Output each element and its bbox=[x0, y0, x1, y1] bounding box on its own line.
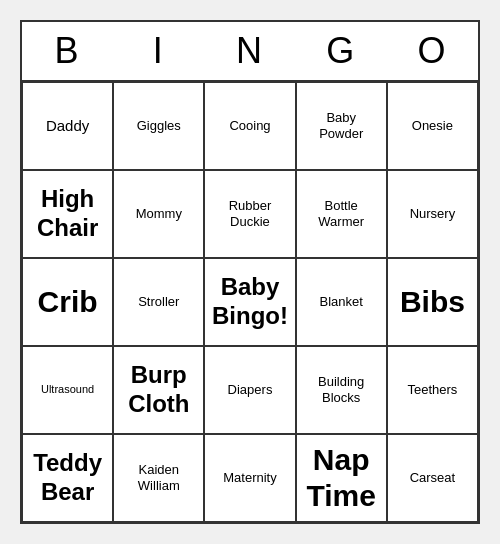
bingo-cell: Giggles bbox=[113, 82, 204, 170]
bingo-cell: Onesie bbox=[387, 82, 478, 170]
cell-text: NapTime bbox=[306, 442, 375, 514]
bingo-cell: BabyPowder bbox=[296, 82, 387, 170]
bingo-cell: Cooing bbox=[204, 82, 295, 170]
bingo-cell: Maternity bbox=[204, 434, 295, 522]
cell-text: Carseat bbox=[410, 470, 456, 486]
cell-text: Teethers bbox=[407, 382, 457, 398]
bingo-cell: Blanket bbox=[296, 258, 387, 346]
cell-text: BurpCloth bbox=[128, 361, 189, 419]
cell-text: HighChair bbox=[37, 185, 98, 243]
cell-text: Nursery bbox=[410, 206, 456, 222]
bingo-cell: Crib bbox=[22, 258, 113, 346]
bingo-cell: KaidenWilliam bbox=[113, 434, 204, 522]
cell-text: Cooing bbox=[229, 118, 270, 134]
cell-text: BabyBingo! bbox=[212, 273, 288, 331]
header-letter: O bbox=[387, 22, 478, 80]
cell-text: Bibs bbox=[400, 284, 465, 320]
cell-text: Mommy bbox=[136, 206, 182, 222]
cell-text: KaidenWilliam bbox=[138, 462, 180, 493]
bingo-cell: Bibs bbox=[387, 258, 478, 346]
bingo-cell: NapTime bbox=[296, 434, 387, 522]
cell-text: Giggles bbox=[137, 118, 181, 134]
bingo-header: BINGO bbox=[22, 22, 478, 82]
header-letter: I bbox=[113, 22, 204, 80]
bingo-cell: Nursery bbox=[387, 170, 478, 258]
cell-text: Daddy bbox=[46, 117, 89, 135]
bingo-cell: BottleWarmer bbox=[296, 170, 387, 258]
bingo-cell: Ultrasound bbox=[22, 346, 113, 434]
bingo-cell: Daddy bbox=[22, 82, 113, 170]
bingo-cell: Teethers bbox=[387, 346, 478, 434]
bingo-cell: BabyBingo! bbox=[204, 258, 295, 346]
cell-text: Blanket bbox=[320, 294, 363, 310]
cell-text: Crib bbox=[38, 284, 98, 320]
bingo-cell: RubberDuckie bbox=[204, 170, 295, 258]
bingo-cell: TeddyBear bbox=[22, 434, 113, 522]
cell-text: Stroller bbox=[138, 294, 179, 310]
header-letter: G bbox=[296, 22, 387, 80]
cell-text: BuildingBlocks bbox=[318, 374, 364, 405]
bingo-cell: Stroller bbox=[113, 258, 204, 346]
cell-text: Maternity bbox=[223, 470, 276, 486]
bingo-grid: DaddyGigglesCooingBabyPowderOnesieHighCh… bbox=[22, 82, 478, 522]
cell-text: BottleWarmer bbox=[318, 198, 364, 229]
bingo-cell: Diapers bbox=[204, 346, 295, 434]
bingo-cell: Mommy bbox=[113, 170, 204, 258]
bingo-cell: BurpCloth bbox=[113, 346, 204, 434]
bingo-card: BINGO DaddyGigglesCooingBabyPowderOnesie… bbox=[20, 20, 480, 524]
bingo-cell: Carseat bbox=[387, 434, 478, 522]
cell-text: RubberDuckie bbox=[229, 198, 272, 229]
bingo-cell: HighChair bbox=[22, 170, 113, 258]
header-letter: N bbox=[204, 22, 295, 80]
cell-text: Ultrasound bbox=[41, 383, 94, 396]
cell-text: TeddyBear bbox=[33, 449, 102, 507]
cell-text: Diapers bbox=[228, 382, 273, 398]
cell-text: Onesie bbox=[412, 118, 453, 134]
header-letter: B bbox=[22, 22, 113, 80]
bingo-cell: BuildingBlocks bbox=[296, 346, 387, 434]
cell-text: BabyPowder bbox=[319, 110, 363, 141]
